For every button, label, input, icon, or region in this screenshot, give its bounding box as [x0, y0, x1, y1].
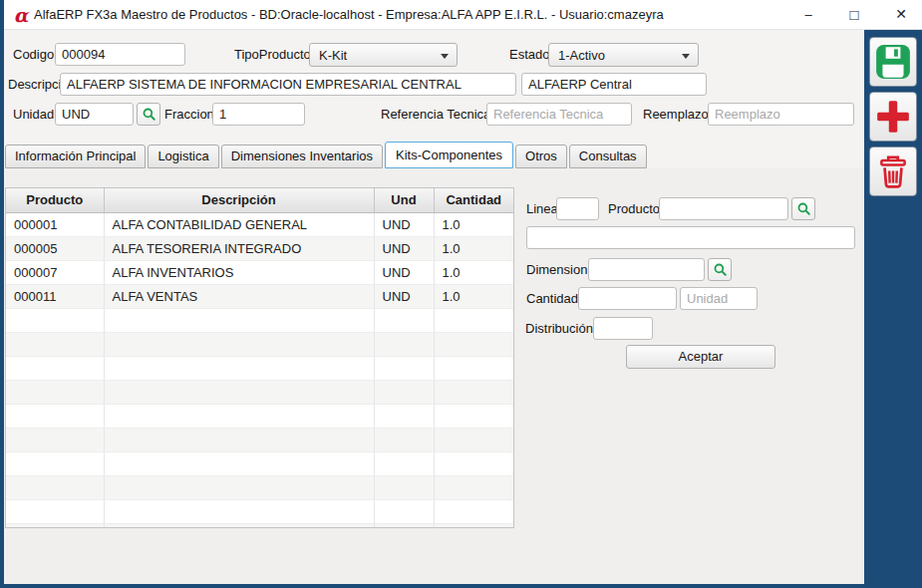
codigo-label: Codigo:: [13, 43, 58, 66]
estado-label: Estado:: [509, 43, 553, 66]
dimension-search-button[interactable]: [708, 258, 732, 281]
table-cell: [434, 404, 513, 428]
table-row[interactable]: 000007ALFA INVENTARIOSUND1.0: [6, 260, 513, 284]
alfa-logo-icon: α: [10, 4, 32, 26]
table-cell: [6, 475, 104, 499]
tipo-producto-select[interactable]: K-Kit: [309, 43, 458, 67]
table-cell: [6, 451, 104, 475]
table-cell: 1.0: [434, 284, 513, 308]
table-cell: [6, 308, 104, 332]
codigo-input[interactable]: [55, 43, 185, 66]
table-cell: [6, 356, 104, 380]
table-row-empty[interactable]: [6, 380, 513, 404]
dimension-input[interactable]: [588, 258, 705, 281]
table-cell: ALFA VENTAS: [104, 284, 374, 308]
tab-dimensiones-inventarios[interactable]: Dimensiones Inventarios: [221, 145, 383, 168]
table-cell: [434, 523, 513, 528]
delete-button[interactable]: [869, 147, 917, 196]
floppy-disk-icon: [874, 43, 912, 81]
table-row-empty[interactable]: [6, 451, 513, 475]
table-cell: [374, 380, 434, 404]
column-header-und[interactable]: Und: [374, 188, 434, 212]
table-row-empty[interactable]: [6, 356, 513, 380]
close-button[interactable]: ✕: [884, 0, 918, 29]
trash-icon: [874, 152, 912, 190]
table-row-empty[interactable]: [6, 332, 513, 356]
table-row[interactable]: 000001ALFA CONTABILIDAD GENERALUND1.0: [6, 212, 513, 236]
table-cell: 1.0: [434, 236, 513, 260]
estado-select[interactable]: 1-Activo: [548, 43, 699, 67]
main-area: Codigo: TipoProducto: K-Kit Estado: 1-Ac…: [4, 30, 864, 584]
table-row[interactable]: 000005ALFA TESORERIA INTEGRADOUND1.0: [6, 236, 513, 260]
unidad-search-button[interactable]: [137, 103, 160, 126]
table-cell: UND: [374, 260, 434, 284]
table-row-empty[interactable]: [6, 404, 513, 428]
minimize-button[interactable]: –: [791, 0, 825, 29]
plus-icon: [874, 98, 912, 136]
table-cell: [104, 356, 374, 380]
table-cell: [104, 380, 374, 404]
fraccion-input[interactable]: [212, 103, 305, 126]
table-cell: [104, 332, 374, 356]
table-row-empty[interactable]: [6, 308, 513, 332]
tipo-producto-value: K-Kit: [319, 48, 347, 63]
table-cell: 1.0: [434, 260, 513, 284]
aceptar-button[interactable]: Aceptar: [626, 345, 775, 369]
linea-input[interactable]: [556, 197, 599, 220]
table-cell: 000005: [6, 236, 104, 260]
table-row[interactable]: 000011ALFA VENTASUND1.0: [6, 284, 513, 308]
table-row-empty[interactable]: [6, 523, 513, 528]
column-header-cantidad[interactable]: Cantidad: [434, 188, 513, 212]
tab-kits-componentes[interactable]: Kits-Componentes: [385, 142, 513, 168]
search-icon: [796, 201, 811, 216]
table-row-empty[interactable]: [6, 428, 513, 451]
reemplazo-label: Reemplazo:: [643, 103, 712, 126]
reemplazo-input[interactable]: [708, 103, 854, 126]
producto-search-button[interactable]: [791, 197, 815, 220]
column-header-descripcion[interactable]: Descripción: [104, 188, 374, 212]
table-cell: UND: [374, 212, 434, 236]
add-button[interactable]: [869, 92, 917, 142]
table-cell: [374, 404, 434, 428]
descripcion-input[interactable]: [60, 73, 516, 96]
table-row-empty[interactable]: [6, 475, 513, 499]
table-cell: [6, 499, 104, 523]
table-cell: [434, 451, 513, 475]
table-cell: 1.0: [434, 212, 513, 236]
table-cell: ALFA CONTABILIDAD GENERAL: [104, 212, 374, 236]
descripcion-corta-input[interactable]: [521, 73, 707, 96]
table-cell: [434, 308, 513, 332]
tab-logistica[interactable]: Logistica: [148, 145, 218, 168]
cantidad-unidad-input[interactable]: [680, 287, 758, 310]
table-cell: [374, 451, 434, 475]
column-header-producto[interactable]: Producto: [6, 188, 104, 212]
tab-consultas[interactable]: Consultas: [569, 145, 647, 168]
table-cell: [104, 499, 374, 523]
table-cell: [434, 475, 513, 499]
cantidad-label: Cantidad:: [526, 287, 582, 310]
table-cell: [6, 332, 104, 356]
title-bar: α AlfaERP FX3a Maestro de Productos - BD…: [4, 0, 922, 30]
action-sidebar: [864, 30, 922, 588]
producto-descripcion-input[interactable]: [526, 226, 855, 249]
producto-input[interactable]: [659, 197, 788, 220]
table-cell: [104, 308, 374, 332]
tab-informacion-principal[interactable]: Información Principal: [5, 145, 146, 168]
unidad-input[interactable]: [55, 103, 134, 126]
tipo-producto-label: TipoProducto:: [234, 43, 314, 66]
unidad-label: Unidad:: [13, 103, 58, 126]
producto-label: Producto:: [608, 197, 664, 220]
table-cell: ALFA INVENTARIOS: [104, 260, 374, 284]
table-cell: [104, 475, 374, 499]
table-row-empty[interactable]: [6, 499, 513, 523]
cantidad-input[interactable]: [578, 287, 677, 310]
table-cell: 000001: [6, 212, 104, 236]
referencia-tecnica-input[interactable]: [486, 103, 632, 126]
distribucion-input[interactable]: [593, 317, 653, 340]
distribucion-label: Distribución:: [525, 317, 597, 340]
maximize-button[interactable]: □: [837, 0, 871, 29]
table-cell: [374, 475, 434, 499]
save-button[interactable]: [869, 37, 917, 87]
tab-otros[interactable]: Otros: [515, 145, 567, 168]
table-cell: [434, 380, 513, 404]
